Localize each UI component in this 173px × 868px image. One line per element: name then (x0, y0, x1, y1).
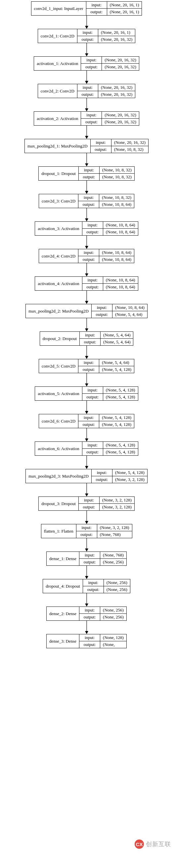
svg-marker-43 (85, 603, 88, 607)
arrow-down-icon (86, 71, 87, 84)
output-label: output: (78, 201, 99, 208)
output-label: output: (77, 91, 98, 98)
svg-marker-33 (85, 466, 88, 469)
layer-name: conv2d_2: Conv2D (38, 84, 77, 98)
arrow-down-icon (86, 208, 87, 221)
arrow-down-icon (86, 236, 87, 249)
output-label: output: (78, 256, 99, 263)
input-shape: (None, 10, 8, 32) (100, 167, 134, 173)
arrow-down-icon (86, 593, 87, 607)
input-label: input: (91, 139, 111, 146)
svg-marker-27 (85, 383, 88, 386)
input-shape: (None, 20, 16, 32) (102, 112, 139, 118)
output-shape: (None, 10, 8, 64) (103, 284, 138, 290)
input-label: input: (79, 167, 100, 173)
layer-node: activation_2: Activationinput:(None, 20,… (34, 111, 139, 126)
input-shape: (None, 10, 8, 64) (112, 304, 147, 311)
output-shape: (None, 5, 4, 128) (99, 366, 134, 373)
output-label: output: (78, 366, 99, 373)
layer-name: activation_6: Activation (35, 442, 82, 455)
layer-name: max_pooling2d_2: MaxPooling2D (26, 304, 92, 318)
layer-name: activation_5: Activation (35, 387, 82, 400)
svg-marker-3 (85, 53, 88, 56)
input-shape: (None, 5, 4, 128) (103, 387, 138, 394)
layer-node: activation_4: Activationinput:(None, 10,… (35, 276, 138, 291)
input-label: input: (82, 277, 103, 283)
arrow-down-icon (86, 346, 87, 359)
input-label: input: (79, 497, 100, 503)
output-shape: (None, 3, 2, 128) (112, 476, 147, 483)
input-label: input: (78, 249, 99, 256)
output-shape: (None, 3, 2, 128) (100, 504, 134, 510)
layer-node: conv2d_3: Conv2Dinput:(None, 10, 8, 32)o… (39, 194, 134, 208)
layer-name: conv2d_1: Conv2D (38, 29, 77, 43)
output-label: output: (92, 476, 112, 483)
layer-name: dropout_3: Dropout (39, 497, 79, 510)
input-label: input: (79, 552, 100, 558)
input-shape: (None, 5, 4, 128) (99, 414, 134, 421)
svg-marker-35 (85, 494, 88, 496)
layer-name: conv2d_6: Conv2D (39, 414, 78, 428)
layer-node: dense_3: Denseinput:(None, 128)output:(N… (46, 634, 127, 648)
output-shape: (None, 10, 8, 32) (100, 174, 134, 180)
layer-name: conv2d_3: Conv2D (39, 194, 78, 208)
output-shape: (None, 20, 16, 1) (107, 9, 142, 15)
output-label: output: (81, 64, 102, 70)
svg-marker-45 (85, 631, 88, 634)
layer-name: activation_4: Activation (35, 277, 82, 290)
input-shape: (None, 128) (100, 634, 126, 641)
layer-name: conv2d_5: Conv2D (39, 359, 78, 373)
output-label: output: (76, 531, 97, 538)
svg-marker-41 (85, 576, 88, 579)
input-label: input: (78, 414, 99, 421)
arrow-down-icon (86, 16, 87, 29)
input-shape: (None, 768) (100, 552, 126, 558)
output-shape: (None, 20, 16, 32) (102, 119, 139, 125)
layer-node: max_pooling2d_2: MaxPooling2Dinput:(None… (26, 304, 147, 318)
input-label: input: (92, 304, 112, 311)
input-label: input: (86, 2, 107, 8)
layer-name: activation_1: Activation (34, 57, 81, 70)
output-shape: (None, 10, 8, 32) (111, 146, 146, 153)
svg-marker-31 (85, 438, 88, 441)
arrow-down-icon (86, 291, 87, 304)
output-shape: (None, 10, 8, 64) (99, 201, 134, 208)
input-shape: (None, 10, 8, 64) (103, 222, 138, 228)
layer-name: activation_2: Activation (34, 112, 81, 125)
input-shape: (None, 10, 8, 64) (103, 277, 138, 283)
output-label: output: (78, 421, 99, 428)
svg-marker-23 (85, 329, 88, 332)
arrow-down-icon (86, 566, 87, 579)
svg-marker-1 (85, 26, 88, 29)
layer-node: dense_2: Denseinput:(None, 256)output:(N… (46, 607, 127, 621)
output-label: output: (80, 339, 101, 345)
output-label: output: (77, 36, 98, 43)
layer-node: dropout_3: Dropoutinput:(None, 3, 2, 128… (38, 496, 134, 511)
layer-node: conv2d_4: Conv2Dinput:(None, 10, 8, 64)o… (39, 249, 134, 263)
input-label: input: (83, 579, 104, 586)
layer-name: dense_3: Dense (47, 634, 79, 648)
arrow-down-icon (86, 511, 87, 524)
output-label: output: (83, 586, 104, 593)
svg-marker-15 (85, 218, 88, 221)
arrow-down-icon (86, 456, 87, 469)
output-label: output: (82, 229, 103, 235)
layer-name: dropout_1: Dropout (39, 167, 79, 180)
layer-name: dropout_4: Dropout (43, 579, 83, 593)
output-label: output: (92, 311, 112, 318)
input-label: input: (92, 469, 112, 476)
svg-marker-37 (85, 521, 88, 524)
layer-node: activation_6: Activationinput:(None, 5, … (35, 441, 138, 456)
layer-node: dropout_2: Dropoutinput:(None, 5, 4, 64)… (40, 332, 134, 346)
arrow-down-icon (86, 428, 87, 441)
input-label: input: (79, 634, 100, 641)
svg-marker-7 (85, 108, 88, 111)
input-label: input: (79, 607, 100, 614)
input-label: input: (78, 194, 99, 201)
output-shape: (None, 5, 4, 64) (101, 339, 133, 345)
svg-marker-25 (85, 356, 88, 359)
input-shape: (None, 3, 2, 128) (97, 524, 132, 531)
arrow-down-icon (86, 263, 87, 276)
svg-marker-39 (85, 549, 88, 552)
output-shape: (None, 256) (100, 614, 126, 620)
